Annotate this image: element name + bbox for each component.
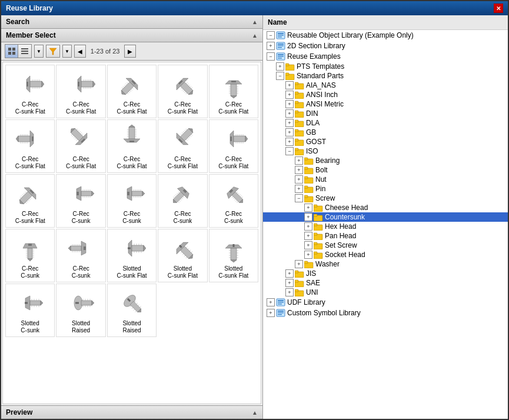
tree-item-dla[interactable]: + DLA — [263, 118, 508, 128]
grid-item-19[interactable]: SlottedC-sunk Flat — [209, 229, 258, 282]
expand-icon[interactable]: + — [295, 156, 303, 165]
member-select-arrow[interactable]: ▲ — [252, 32, 258, 39]
expand-icon[interactable]: + — [267, 309, 275, 317]
svg-line-153 — [22, 194, 24, 195]
svg-rect-375 — [295, 271, 298, 273]
prev-page-button[interactable]: ◀ — [74, 45, 86, 58]
expand-icon[interactable]: + — [295, 185, 303, 193]
expand-icon[interactable]: + — [285, 269, 294, 278]
expand-icon[interactable]: + — [285, 109, 294, 118]
grid-item-12[interactable]: C-RecC-sunk — [107, 174, 157, 228]
grid-item-4[interactable]: C-RecC-sunk Flat — [209, 65, 258, 118]
tree-item-sae[interactable]: + SAE — [263, 278, 508, 288]
grid-item-10[interactable]: C-RecC-sunk Flat — [5, 174, 55, 228]
expand-icon[interactable]: + — [295, 166, 303, 174]
expand-icon[interactable]: + — [304, 232, 312, 240]
expand-icon[interactable]: + — [285, 91, 294, 99]
grid-item-20[interactable]: SlottedC-sunk — [5, 284, 55, 337]
expand-icon[interactable]: + — [295, 175, 303, 184]
grid-item-0[interactable]: C-RecC-sunk Flat — [5, 65, 55, 118]
expand-icon[interactable]: + — [304, 213, 312, 221]
next-page-button[interactable]: ▶ — [124, 45, 136, 58]
view-dropdown[interactable]: ▼ — [34, 45, 44, 58]
list-view-button[interactable] — [18, 45, 31, 58]
expand-icon[interactable]: + — [285, 138, 294, 146]
expand-icon[interactable]: + — [267, 298, 275, 306]
preview-arrow[interactable]: ▲ — [252, 409, 258, 416]
grid-item-3[interactable]: C-RecC-sunk Flat — [158, 65, 207, 118]
tree-item-pts-templates[interactable]: + PTS Templates — [263, 62, 508, 71]
expand-icon[interactable]: + — [304, 204, 312, 212]
grid-item-9[interactable]: C-RecC-sunk Flat — [209, 119, 258, 173]
expand-icon[interactable]: + — [285, 119, 294, 127]
expand-icon[interactable]: − — [267, 52, 275, 61]
expand-icon[interactable]: + — [285, 288, 294, 296]
grid-item-16[interactable]: C-RecC-sunk — [56, 229, 105, 282]
tree-item-bolt[interactable]: + Bolt — [263, 165, 508, 175]
expand-icon[interactable]: − — [267, 31, 275, 39]
tree-item-uni[interactable]: + UNI — [263, 288, 508, 297]
tree-item-cheese-head[interactable]: + Cheese Head — [263, 203, 508, 212]
expand-icon[interactable]: − — [285, 147, 294, 155]
tree-item-aia-nas[interactable]: + AIA_NAS — [263, 81, 508, 90]
screw-image — [168, 69, 197, 99]
tree-item-custom-symbol[interactable]: + Custom Symbol Library — [263, 308, 508, 318]
search-collapse-arrow[interactable]: ▲ — [252, 19, 258, 25]
tree-item-din[interactable]: + DIN — [263, 109, 508, 118]
expand-icon[interactable]: + — [295, 260, 303, 268]
expand-icon[interactable]: + — [304, 251, 312, 259]
expand-icon[interactable]: − — [276, 72, 284, 80]
tree-item-pan-head[interactable]: + Pan Head — [263, 231, 508, 241]
grid-view-button[interactable] — [5, 45, 18, 58]
tree-item-jis[interactable]: + JIS — [263, 269, 508, 278]
tree-item-washer[interactable]: + Washer — [263, 259, 508, 269]
tree-item-reusable-lib[interactable]: − Reusable Object Library (Example Only) — [263, 30, 508, 41]
grid-item-6[interactable]: C-RecC-sunk Flat — [56, 119, 105, 173]
tree-item-standard-parts[interactable]: − Standard Parts — [263, 71, 508, 81]
tree-item-ansi-metric[interactable]: + ANSI Metric — [263, 99, 508, 109]
expand-icon[interactable]: + — [276, 62, 284, 71]
expand-icon[interactable]: + — [285, 81, 294, 89]
filter-button[interactable] — [46, 45, 60, 58]
grid-item-21[interactable]: SlottedRaised — [56, 284, 105, 337]
grid-item-14[interactable]: C-RecC-sunk — [209, 174, 258, 228]
tree-item-2d-section[interactable]: + 2D Section Library — [263, 41, 508, 51]
tree-item-bearing[interactable]: + Bearing — [263, 156, 508, 165]
expand-icon[interactable]: + — [285, 279, 294, 287]
grid-item-7[interactable]: C-RecC-sunk Flat — [107, 119, 157, 173]
svg-line-96 — [80, 132, 81, 134]
grid-item-2[interactable]: C-RecC-sunk Flat — [107, 65, 157, 118]
grid-item-13[interactable]: C-RecC-sunk — [158, 174, 207, 228]
tree-item-label: ISO — [306, 147, 318, 155]
close-button[interactable]: ✕ — [494, 4, 503, 13]
grid-item-15[interactable]: C-RecC-sunk — [5, 229, 55, 282]
tree-item-nut[interactable]: + Nut — [263, 175, 508, 184]
tree-item-set-screw[interactable]: + Set Screw — [263, 241, 508, 250]
tree-item-pin[interactable]: + Pin — [263, 184, 508, 194]
expand-icon[interactable]: + — [304, 222, 312, 231]
expand-icon[interactable]: + — [267, 42, 275, 50]
tree-item-hex-head[interactable]: + Hex Head — [263, 222, 508, 231]
tree-item-iso[interactable]: − ISO — [263, 146, 508, 156]
grid-item-1[interactable]: C-RecC-sunk Flat — [56, 65, 105, 118]
tree-item-countersunk[interactable]: + Countersunk — [263, 212, 508, 222]
tree-item-gb[interactable]: + GB — [263, 128, 508, 137]
grid-item-22[interactable]: SlottedRaised — [107, 284, 157, 337]
grid-item-17[interactable]: SlottedC-sunk Flat — [107, 229, 157, 282]
expand-icon[interactable]: + — [285, 100, 294, 108]
tree-item-ansi-inch[interactable]: + ANSI Inch — [263, 90, 508, 99]
tree-item-screw[interactable]: − Screw — [263, 194, 508, 203]
grid-item-8[interactable]: C-RecC-sunk Flat — [158, 119, 207, 173]
tree-item-reuse-examples[interactable]: − Reuse Examples — [263, 51, 508, 62]
tree-item-udf-library[interactable]: + UDF Library — [263, 297, 508, 308]
grid-item-18[interactable]: SlottedC-sunk Flat — [158, 229, 207, 282]
tree-item-gost[interactable]: + GOST — [263, 137, 508, 146]
grid-item-11[interactable]: C-RecC-sunk — [56, 174, 105, 228]
expand-icon[interactable]: + — [285, 128, 294, 136]
svg-line-262 — [182, 254, 184, 255]
grid-item-5[interactable]: C-RecC-sunk Flat — [5, 119, 55, 173]
expand-icon[interactable]: − — [295, 194, 303, 202]
expand-icon[interactable]: + — [304, 241, 312, 249]
tree-item-socket-head[interactable]: + Socket Head — [263, 250, 508, 259]
filter-dropdown[interactable]: ▼ — [62, 45, 72, 58]
